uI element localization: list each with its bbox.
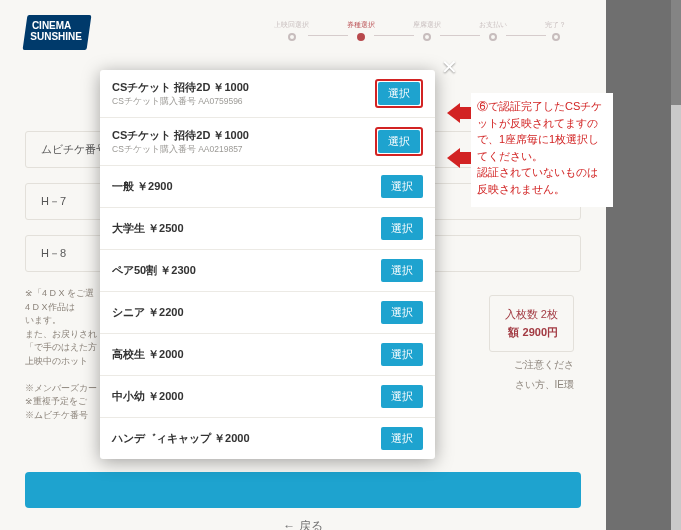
highlighted-select: 選択 [375, 79, 423, 108]
summary-box: 入枚数 2枚 額 2900円 [489, 295, 574, 352]
brand-logo: CINEMA SUNSHINE [23, 15, 92, 50]
select-button[interactable]: 選択 [381, 385, 423, 408]
step-line [374, 35, 414, 36]
select-button[interactable]: 選択 [381, 427, 423, 450]
ticket-row: ペア50割 ￥2300選択 [100, 250, 435, 292]
ticket-row: 中小幼 ￥2000選択 [100, 376, 435, 418]
primary-action-button[interactable] [25, 472, 581, 508]
ticket-row: 大学生 ￥2500選択 [100, 208, 435, 250]
progress-stepper: 上映回選択 券種選択 座席選択 お支払い 完了？ [274, 20, 566, 41]
step-dot-2 [423, 33, 431, 41]
ticket-row: CSチケット 招待2D ￥1000CSチケット購入番号 AA0759596選択 [100, 70, 435, 118]
step-dot-0 [288, 33, 296, 41]
ticket-name: CSチケット 招待2D ￥1000 [112, 80, 249, 95]
footnote-2: さい方、IE環 [515, 378, 574, 392]
logo-line2: SUNSHINE [30, 32, 82, 43]
ticket-name: CSチケット 招待2D ￥1000 [112, 128, 249, 143]
step-dot-1 [357, 33, 365, 41]
step-line [506, 35, 546, 36]
ticket-row: シニア ￥2200選択 [100, 292, 435, 334]
ticket-name: ペア50割 ￥2300 [112, 263, 196, 278]
logo-line1: CINEMA [32, 21, 84, 32]
step-label-4: 完了？ [545, 20, 566, 30]
step-line [308, 35, 348, 36]
select-button[interactable]: 選択 [381, 301, 423, 324]
ticket-name: ハンデ゛ィキャップ ￥2000 [112, 431, 250, 446]
step-dot-3 [489, 33, 497, 41]
instruction-panel: ⑥で認証完了したCSチケットが反映されてますので、1座席毎に1枚選択してください… [471, 93, 613, 207]
close-icon[interactable]: ✕ [441, 55, 458, 79]
footnote-1: ご注意くださ [514, 358, 574, 372]
ticket-name: 中小幼 ￥2000 [112, 389, 184, 404]
instruction-text: ⑥で認証完了したCSチケットが反映されてますので、1座席毎に1枚選択してください… [477, 100, 602, 195]
step-label-1: 券種選択 [347, 20, 375, 30]
select-button[interactable]: 選択 [381, 259, 423, 282]
step-label-0: 上映回選択 [274, 20, 309, 30]
summary-count: 入枚数 2枚 [505, 306, 558, 324]
ticket-name: 一般 ￥2900 [112, 179, 173, 194]
ticket-row: CSチケット 招待2D ￥1000CSチケット購入番号 AA0219857選択 [100, 118, 435, 166]
ticket-row: 一般 ￥2900選択 [100, 166, 435, 208]
select-button[interactable]: 選択 [381, 343, 423, 366]
scrollbar-thumb[interactable] [671, 0, 681, 105]
ticket-subtext: CSチケット購入番号 AA0759596 [112, 96, 249, 108]
ticket-row: ハンデ゛ィキャップ ￥2000選択 [100, 418, 435, 459]
step-label-3: お支払い [479, 20, 507, 30]
select-button[interactable]: 選択 [378, 82, 420, 105]
ticket-type-modal: ✕ CSチケット 招待2D ￥1000CSチケット購入番号 AA0759596選… [100, 70, 435, 459]
select-button[interactable]: 選択 [378, 130, 420, 153]
scrollbar-track[interactable] [671, 0, 681, 530]
ticket-name: 大学生 ￥2500 [112, 221, 184, 236]
select-button[interactable]: 選択 [381, 175, 423, 198]
callout-arrow-1 [437, 103, 471, 123]
step-label-2: 座席選択 [413, 20, 441, 30]
highlighted-select: 選択 [375, 127, 423, 156]
ticket-subtext: CSチケット購入番号 AA0219857 [112, 144, 249, 156]
ticket-name: シニア ￥2200 [112, 305, 184, 320]
callout-arrow-2 [437, 148, 471, 168]
back-link[interactable]: ← 戻る [25, 518, 581, 530]
browser-sidebar [606, 0, 681, 530]
ticket-row: 高校生 ￥2000選択 [100, 334, 435, 376]
summary-price: 額 2900円 [505, 324, 558, 342]
step-line [440, 35, 480, 36]
step-dot-4 [552, 33, 560, 41]
ticket-name: 高校生 ￥2000 [112, 347, 184, 362]
select-button[interactable]: 選択 [381, 217, 423, 240]
